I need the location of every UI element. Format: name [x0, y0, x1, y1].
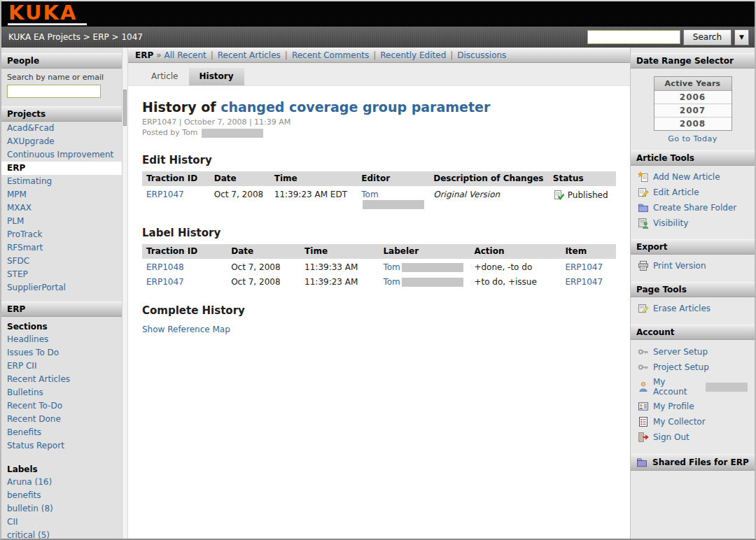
account-item-my-collector[interactable]: My Collector [631, 414, 755, 429]
tool-link-add-new-article[interactable]: Add New Article [653, 172, 720, 182]
sidebar-label-benefits[interactable]: benefits [1, 489, 122, 502]
active-years-table: Active Years 200620072008 [654, 76, 732, 131]
cell-text[interactable]: Tom [361, 190, 378, 199]
context-link-recent-articles[interactable]: Recent Articles [218, 50, 281, 60]
sidebar-project-supplierportal[interactable]: SupplierPortal [1, 281, 122, 294]
cell-text[interactable]: ERP1047 [146, 190, 184, 199]
sidebar-project-mpm[interactable]: MPM [1, 188, 122, 201]
search-input[interactable] [587, 30, 680, 44]
article-tool-create-share-folder[interactable]: Create Share Folder [631, 200, 755, 215]
sidebar-project-step[interactable]: STEP [1, 268, 122, 281]
search-options-dropdown-button[interactable]: ▼ [734, 29, 749, 45]
key-icon [638, 362, 649, 373]
cell-text[interactable]: Tom [383, 262, 400, 272]
sidebar-project-rfsmart[interactable]: RFSmart [1, 241, 122, 255]
tool-link-server-setup[interactable]: Server Setup [653, 347, 708, 357]
account-item-my-account[interactable]: My Account [631, 375, 755, 399]
search-button[interactable]: Search [683, 29, 732, 45]
cell-text[interactable]: ERP1047 [146, 277, 184, 287]
context-link-recent-comments[interactable]: Recent Comments [292, 50, 369, 60]
title-article-link[interactable]: changed coverage group parameter [220, 99, 490, 115]
sidebar-project-axupgrade[interactable]: AXUpgrade [1, 135, 122, 148]
redacted-author-name [202, 129, 263, 138]
context-link-discussions[interactable]: Discussions [457, 50, 506, 60]
sign-out-icon [638, 432, 649, 443]
account-item-server-setup[interactable]: Server Setup [631, 344, 755, 360]
table-cell: 11:39:33 AM [300, 259, 379, 273]
sidebar-project-protrack[interactable]: ProTrack [1, 228, 122, 241]
tab-article[interactable]: Article [141, 68, 189, 85]
export-header: Export [631, 239, 755, 255]
sidebar-section-erp-cii[interactable]: ERP CII [1, 360, 122, 373]
redacted-text [402, 278, 463, 287]
sidebar-project-estimating[interactable]: Estimating [1, 175, 122, 188]
go-to-today-link[interactable]: Go to Today [631, 134, 755, 143]
cell-text: +done, -to do [474, 262, 532, 272]
account-item-sign-out[interactable]: Sign Out [631, 429, 755, 445]
export-tool-print-version[interactable]: Print Version [631, 258, 755, 273]
tool-link-project-setup[interactable]: Project Setup [653, 362, 709, 372]
sidebar-scrollbar[interactable] [122, 48, 128, 539]
show-reference-map-link[interactable]: Show Reference Map [142, 325, 230, 334]
cell-text: Oct 7, 2008 [231, 262, 280, 272]
cell-text[interactable]: ERP1048 [146, 262, 184, 272]
context-link-recently-edited[interactable]: Recently Edited [380, 50, 446, 60]
cell-text: +to do, +issue [474, 277, 536, 287]
sidebar-project-continuous-improvement[interactable]: Continuous Improvement [1, 148, 122, 162]
sidebar-section-recent-done[interactable]: Recent Done [1, 413, 122, 426]
tool-link-my-collector[interactable]: My Collector [653, 417, 706, 427]
tool-link-sign-out[interactable]: Sign Out [653, 432, 690, 442]
tab-history[interactable]: History [189, 68, 244, 85]
tool-link-erase-articles[interactable]: Erase Articles [653, 304, 710, 313]
sidebar-section-status-report[interactable]: Status Report [1, 439, 122, 453]
cell-text: 11:39:23 AM EDT [274, 190, 347, 199]
cell-text[interactable]: ERP1047 [565, 262, 603, 272]
scrollbar-thumb[interactable] [123, 90, 127, 126]
sidebar-project-plm[interactable]: PLM [1, 215, 122, 228]
cell-text[interactable]: Tom [383, 277, 400, 287]
content-region: People Search by name or email Projects … [1, 48, 755, 539]
article-tool-add-new-article[interactable]: Add New Article [631, 169, 755, 185]
article-tool-edit-article[interactable]: Edit Article [631, 185, 755, 200]
sidebar-section-issues-to-do[interactable]: Issues To Do [1, 346, 122, 360]
tool-link-print-version[interactable]: Print Version [653, 261, 706, 271]
cell-text[interactable]: ERP1047 [565, 277, 603, 287]
sidebar-label-bulletin-8[interactable]: bulletin (8) [1, 502, 122, 516]
edit-article-icon [638, 187, 649, 198]
account-item-project-setup[interactable]: Project Setup [631, 360, 755, 375]
sidebar-section-recent-articles[interactable]: Recent Articles [1, 373, 122, 386]
tool-link-create-share-folder[interactable]: Create Share Folder [653, 203, 736, 213]
erp-section-header: ERP [1, 301, 122, 317]
tool-link-visibility[interactable]: Visibility [653, 218, 688, 228]
separator: | [211, 50, 214, 60]
sidebar-project-sfdc[interactable]: SFDC [1, 255, 122, 268]
sidebar-label-aruna-16[interactable]: Aruna (16) [1, 476, 122, 489]
breadcrumb: KUKA EA Projects > ERP > 1047 [8, 32, 143, 42]
shared-folder-icon [636, 457, 648, 468]
table-cell: 11:39:23 AM EDT [270, 186, 358, 211]
active-year-2007[interactable]: 2007 [654, 104, 732, 117]
shared-files-header[interactable]: Shared Files for ERP [631, 454, 755, 471]
sidebar-project-mxax[interactable]: MXAX [1, 201, 122, 215]
tool-link-my-profile[interactable]: My Profile [653, 402, 694, 411]
sidebar-label-cii[interactable]: CII [1, 516, 122, 529]
sidebar-section-recent-to-do[interactable]: Recent To-Do [1, 399, 122, 413]
redacted-text [402, 263, 463, 272]
date-range-selector-header: Date Range Selector [631, 53, 755, 69]
tool-link-edit-article[interactable]: Edit Article [653, 187, 699, 197]
page-tool-erase-articles[interactable]: Erase Articles [631, 301, 755, 316]
context-link-all-recent[interactable]: All Recent [164, 50, 206, 60]
article-tool-visibility[interactable]: Visibility [631, 215, 755, 231]
sidebar-project-erp[interactable]: ERP [1, 162, 122, 175]
sidebar-project-acad-fcad[interactable]: Acad&Fcad [1, 122, 122, 135]
tool-link-my-account[interactable]: My Account [653, 377, 699, 397]
account-item-my-profile[interactable]: My Profile [631, 399, 755, 414]
sidebar-section-benefits[interactable]: Benefits [1, 426, 122, 439]
people-search-input[interactable] [7, 85, 101, 98]
sidebar-section-bulletins[interactable]: Bulletins [1, 386, 122, 399]
active-year-2006[interactable]: 2006 [654, 91, 732, 104]
active-year-2008[interactable]: 2008 [654, 117, 732, 130]
sidebar-label-critical-5[interactable]: critical (5) [1, 529, 122, 539]
table-cell: Published [549, 186, 616, 202]
sidebar-section-headlines[interactable]: Headlines [1, 333, 122, 346]
